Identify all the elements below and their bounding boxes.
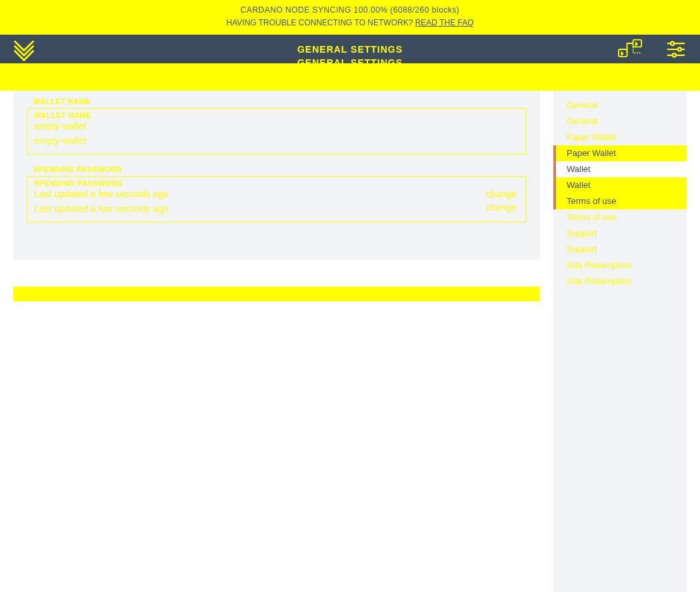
spending-password-label-outer: SPENDING PASSWORD: [33, 165, 527, 173]
faq-link[interactable]: READ THE FAQ: [415, 18, 474, 27]
spending-password-updated-echo: Last updated a few seconds ago: [34, 203, 519, 214]
sidebar-item-paper-wallet[interactable]: Paper Wallet: [553, 129, 687, 145]
spending-password-updated: Last updated a few seconds ago: [34, 189, 519, 199]
sidebar-item-wallet[interactable]: Wallet: [553, 161, 687, 177]
faq-prefix: HAVING TROUBLE CONNECTING TO NETWORK?: [227, 18, 415, 27]
sidebar-item-general[interactable]: General: [553, 97, 687, 113]
sync-status-text: CARDANO NODE SYNCING 100.00% (6088/260 b…: [0, 4, 700, 17]
accent-strip: [0, 63, 700, 91]
faq-line: HAVING TROUBLE CONNECTING TO NETWORK? RE…: [0, 17, 700, 29]
wallet-name-label-outer: WALLET NAME: [33, 97, 527, 105]
wallet-name-block: WALLET NAME WALLET NAME empty-wallet emp…: [27, 97, 527, 155]
settings-sidebar: General General Paper Wallet Paper Walle…: [553, 91, 687, 592]
wallet-name-value-echo: empty-wallet: [34, 135, 519, 146]
sidebar-item-terms-echo[interactable]: Terms of use: [553, 209, 687, 225]
main-area: WALLET NAME WALLET NAME empty-wallet emp…: [0, 91, 700, 592]
sidebar-item-support[interactable]: Support: [553, 225, 687, 241]
page-title: GENERAL SETTINGS: [0, 43, 700, 55]
wallet-name-label-inner: WALLET NAME: [34, 111, 519, 119]
sidebar-item-paper-wallet-echo[interactable]: Paper Wallet: [553, 145, 687, 161]
change-password-link-echo[interactable]: change: [486, 202, 517, 213]
top-bar: GENERAL SETTINGS: [0, 35, 700, 63]
sidebar-item-general-echo[interactable]: General: [553, 113, 687, 129]
change-password-link[interactable]: change: [486, 189, 517, 199]
gutter: [540, 91, 553, 592]
spending-password-field: SPENDING PASSWORD Last updated a few sec…: [27, 176, 527, 223]
sidebar-item-ada-redemption[interactable]: Ada Redemption: [553, 257, 687, 273]
wallet-name-field[interactable]: WALLET NAME empty-wallet empty-wallet: [27, 108, 527, 155]
accent-bar: [13, 287, 540, 301]
sidebar-item-wallet-echo[interactable]: Wallet: [553, 177, 687, 193]
spending-password-block: SPENDING PASSWORD SPENDING PASSWORD Last…: [27, 165, 527, 223]
sidebar-item-terms[interactable]: Terms of use: [553, 193, 687, 209]
content-column: WALLET NAME WALLET NAME empty-wallet emp…: [0, 91, 540, 592]
sidebar-item-support-echo[interactable]: Support: [553, 241, 687, 257]
spending-password-label-inner: SPENDING PASSWORD: [34, 179, 519, 187]
wallet-name-value: empty-wallet: [34, 121, 519, 131]
sidebar-item-ada-redemption-echo[interactable]: Ada Redemption: [553, 273, 687, 289]
settings-panel: WALLET NAME WALLET NAME empty-wallet emp…: [13, 91, 540, 260]
sync-banner: CARDANO NODE SYNCING 100.00% (6088/260 b…: [0, 0, 700, 35]
